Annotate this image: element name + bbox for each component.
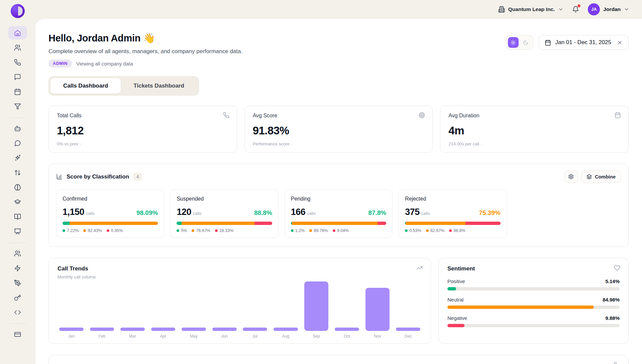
- sidebar-item-chat[interactable]: [8, 136, 27, 150]
- calls-unit: calls: [86, 211, 95, 216]
- sentiment-row-negative: Negative 9.88%: [447, 315, 620, 327]
- sidebar-item-design[interactable]: [8, 276, 27, 289]
- classification-legend: 0.53% 62.67% 36.8%: [405, 228, 500, 233]
- avatar: JA: [588, 3, 600, 15]
- classification-calls: 166: [291, 207, 306, 217]
- bar: [304, 281, 329, 331]
- sidebar-item-transfers[interactable]: [8, 166, 27, 179]
- company-name: Quantum Leap Inc.: [508, 6, 555, 12]
- calls-unit: calls: [193, 211, 202, 216]
- sentiment-value: 84.98%: [603, 297, 620, 302]
- sidebar-item-team[interactable]: [8, 247, 27, 260]
- sidebar-item-bot[interactable]: [8, 122, 27, 135]
- red-dot: [333, 229, 335, 232]
- bar-column-may[interactable]: May: [180, 328, 208, 339]
- zap-icon: [14, 265, 21, 272]
- chart-subtitle: Monthly call volume: [58, 274, 422, 279]
- code-icon: [14, 309, 21, 316]
- calls-unit: calls: [421, 211, 430, 216]
- sidebar-item-messages[interactable]: [8, 70, 27, 84]
- stat-value: 4m: [448, 124, 620, 137]
- message-square-icon: [14, 74, 21, 81]
- sidebar-item-developer[interactable]: [8, 306, 27, 319]
- clear-date-button[interactable]: [617, 40, 623, 45]
- credit-card-icon: [14, 331, 21, 338]
- bar-column-dec[interactable]: Dec: [394, 328, 422, 339]
- sidebar-item-filters[interactable]: [8, 100, 27, 113]
- users-icon: [14, 44, 21, 51]
- classification-score: 88.8%: [254, 209, 272, 217]
- bar-chart-icon: [56, 173, 63, 180]
- moon-icon: [523, 40, 529, 45]
- bar-column-oct[interactable]: Oct: [333, 328, 361, 339]
- bar-month-label: Feb: [99, 334, 106, 339]
- page-subtitle: Complete overview of all agents, manager…: [48, 48, 242, 55]
- sidebar-item-presentations[interactable]: [8, 225, 27, 238]
- bar-month-label: Jun: [221, 334, 228, 339]
- sidebar-item-billing[interactable]: [8, 328, 27, 341]
- bar-column-nov[interactable]: Nov: [364, 288, 392, 339]
- sentiment-track: [447, 287, 620, 290]
- stat-subtext: 214.00s per call ·: [448, 141, 620, 146]
- bar: [59, 328, 84, 331]
- sidebar-divider: [9, 243, 26, 243]
- sidebar-item-automations[interactable]: [8, 261, 27, 275]
- call-trends-plot: JanFebMarAprMayJunJulAugSepOctNovDec: [58, 281, 422, 339]
- bar-column-jun[interactable]: Jun: [211, 328, 238, 339]
- bar-column-sep[interactable]: Sep: [303, 281, 330, 339]
- bar-column-jan[interactable]: Jan: [58, 328, 85, 339]
- company-selector[interactable]: Quantum Leap Inc.: [498, 6, 564, 13]
- bar-column-jul[interactable]: Jul: [241, 328, 269, 339]
- sidebar-item-library[interactable]: [8, 210, 27, 223]
- calendar-icon: [14, 88, 21, 95]
- sentiment-label: Negative: [447, 315, 467, 321]
- sentiment-track: [447, 324, 620, 327]
- book-open-icon: [14, 213, 21, 220]
- combine-button[interactable]: Combine: [581, 170, 621, 183]
- bar-column-mar[interactable]: Mar: [119, 328, 146, 339]
- performance-breakdown-section: Performance Breakdown Total Calls Active…: [48, 355, 629, 364]
- sidebar-item-home[interactable]: [8, 26, 27, 39]
- bar-month-label: Oct: [344, 334, 350, 339]
- light-mode-button[interactable]: [508, 37, 519, 48]
- sentiment-fill: [447, 306, 594, 309]
- sidebar-item-access[interactable]: [8, 291, 27, 304]
- sentiment-value: 5.14%: [605, 278, 620, 284]
- tab-calls-dashboard[interactable]: Calls Dashboard: [50, 78, 121, 94]
- classification-legend: 1.2% 89.76% 9.04%: [291, 228, 386, 233]
- orange-dot: [309, 229, 312, 232]
- green-dot: [291, 229, 294, 232]
- dark-mode-button[interactable]: [521, 37, 531, 48]
- app-logo[interactable]: [11, 4, 25, 18]
- sidebar-item-ai[interactable]: [8, 151, 27, 164]
- classification-card-confirmed: Confirmed 1,150calls 98.09% 7.22% 92.43%…: [56, 190, 164, 238]
- bar-column-aug[interactable]: Aug: [272, 328, 300, 339]
- notifications-button[interactable]: [572, 6, 579, 13]
- bar-segment-neutral: [292, 222, 378, 225]
- count-badge: 4: [133, 173, 142, 180]
- orange-dot: [426, 229, 429, 232]
- close-icon: [617, 40, 623, 45]
- bar-column-apr[interactable]: Apr: [149, 328, 177, 339]
- sidebar-item-users[interactable]: [8, 41, 27, 54]
- bar-month-label: Apr: [160, 334, 167, 339]
- bar-month-label: Sep: [313, 334, 320, 339]
- combine-label: Combine: [595, 174, 616, 179]
- sentiment-fill: [447, 324, 464, 327]
- bot-icon: [14, 125, 21, 132]
- user-menu[interactable]: JA Jordan: [588, 3, 629, 15]
- sidebar-item-intelligence[interactable]: [8, 180, 27, 194]
- bar-column-feb[interactable]: Feb: [88, 328, 116, 339]
- building-icon: [498, 6, 505, 13]
- date-range-picker[interactable]: Jan 01 - Dec 31, 2025: [539, 35, 629, 50]
- bar-month-label: Jan: [68, 334, 75, 339]
- classification-bar: [177, 222, 272, 225]
- calls-unit: calls: [307, 211, 316, 216]
- classification-bar: [291, 222, 386, 225]
- settings-button[interactable]: [564, 170, 578, 183]
- sidebar-item-training[interactable]: [8, 195, 27, 209]
- tab-tickets-dashboard[interactable]: Tickets Dashboard: [121, 78, 197, 94]
- sidebar-item-calendar[interactable]: [8, 85, 27, 98]
- chart-title: Call Trends: [58, 265, 422, 272]
- sidebar-item-calls[interactable]: [8, 55, 27, 69]
